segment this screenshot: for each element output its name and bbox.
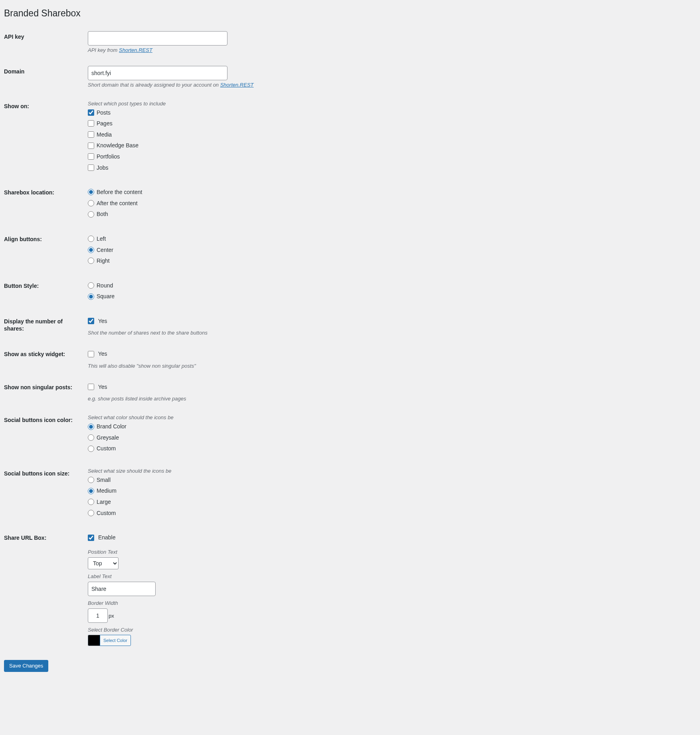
sticky-widget-option[interactable]: Yes bbox=[88, 350, 688, 358]
domain-help-link[interactable]: Shorten.REST bbox=[220, 82, 254, 88]
select-color-button[interactable]: Select Color bbox=[100, 635, 131, 646]
option-input-2[interactable] bbox=[88, 131, 94, 138]
label-text-input[interactable] bbox=[88, 582, 156, 596]
icon_size-input-2[interactable] bbox=[88, 499, 94, 505]
icon_size-input-3[interactable] bbox=[88, 510, 94, 516]
settings-table: API key API key from Shorten.REST Domain… bbox=[4, 25, 692, 652]
icon_color-input-0[interactable] bbox=[88, 424, 94, 430]
icon_color-input-1[interactable] bbox=[88, 434, 94, 441]
sharebox_location-2[interactable]: Both bbox=[88, 210, 688, 218]
option-input-1[interactable] bbox=[88, 120, 94, 127]
sharebox_location-label-0: Before the content bbox=[97, 189, 142, 195]
icon_size-label-1: Medium bbox=[97, 487, 117, 494]
color-swatch[interactable] bbox=[88, 635, 100, 646]
share-url-enable-label: Enable bbox=[98, 534, 116, 541]
option-input-3[interactable] bbox=[88, 143, 94, 149]
domain-help: Short domain that is already assigned to… bbox=[88, 82, 688, 89]
align_buttons-label-1: Center bbox=[97, 247, 113, 253]
sharebox_location-1[interactable]: After the content bbox=[88, 200, 688, 208]
sticky-widget-label: Show as sticky widget: bbox=[4, 343, 84, 375]
icon_color-1[interactable]: Greysale bbox=[88, 434, 688, 442]
option-1[interactable]: Pages bbox=[88, 120, 688, 128]
icon_size-2[interactable]: Large bbox=[88, 498, 688, 506]
align_buttons-1[interactable]: Center bbox=[88, 246, 688, 254]
option-input-0[interactable] bbox=[88, 109, 94, 116]
show-on-help: Select which post types to include bbox=[88, 101, 688, 107]
icon-color-label: Social buttons icon color: bbox=[4, 408, 84, 462]
button_style-input-0[interactable] bbox=[88, 282, 94, 289]
icon-size-help: Select what size should the icons be bbox=[88, 468, 688, 475]
sharebox_location-input-1[interactable] bbox=[88, 200, 94, 206]
icon_color-input-2[interactable] bbox=[88, 446, 94, 452]
option-label-2: Media bbox=[97, 131, 112, 138]
sharebox_location-label-2: Both bbox=[97, 211, 108, 217]
api-key-help-link[interactable]: Shorten.REST bbox=[119, 47, 152, 53]
align_buttons-0[interactable]: Left bbox=[88, 235, 688, 243]
option-input-5[interactable] bbox=[88, 164, 94, 171]
border-width-input[interactable] bbox=[88, 608, 108, 623]
position-text-select[interactable]: Top bbox=[88, 557, 119, 569]
show-on-group: PostsPagesMediaKnowledge BasePortfoliosJ… bbox=[88, 107, 688, 175]
icon_size-label-0: Small bbox=[97, 477, 111, 483]
border-width-sublabel: Border Width bbox=[88, 600, 688, 607]
display-shares-help: Shot the number of shares next to the sh… bbox=[88, 330, 688, 337]
icon_size-input-1[interactable] bbox=[88, 488, 94, 494]
icon-color-help: Select what color should the icons be bbox=[88, 414, 688, 421]
icon_size-label-3: Custom bbox=[97, 510, 116, 516]
non-singular-checkbox[interactable] bbox=[88, 384, 94, 390]
api-key-help: API key from Shorten.REST bbox=[88, 47, 688, 54]
domain-input[interactable] bbox=[88, 66, 227, 80]
share-url-box-label: Share URL Box: bbox=[4, 526, 84, 652]
non-singular-help: e.g. show posts listed inside archive pa… bbox=[88, 396, 688, 402]
show-on-label: Show on: bbox=[4, 95, 84, 181]
align_buttons-input-0[interactable] bbox=[88, 236, 94, 242]
button-style-label: Button Style: bbox=[4, 274, 84, 310]
align-buttons-group: LeftCenterRight bbox=[88, 234, 688, 268]
button_style-0[interactable]: Round bbox=[88, 282, 688, 290]
save-changes-button[interactable]: Save Changes bbox=[4, 660, 48, 672]
display-shares-checkbox[interactable] bbox=[88, 318, 94, 324]
sticky-widget-option-label: Yes bbox=[98, 351, 107, 357]
sharebox_location-0[interactable]: Before the content bbox=[88, 188, 688, 196]
option-4[interactable]: Portfolios bbox=[88, 153, 688, 161]
position-text-sublabel: Position Text bbox=[88, 549, 688, 556]
icon_color-0[interactable]: Brand Color bbox=[88, 423, 688, 431]
icon_size-0[interactable]: Small bbox=[88, 476, 688, 484]
option-label-0: Posts bbox=[97, 109, 111, 116]
sharebox_location-label-1: After the content bbox=[97, 200, 138, 206]
sharebox_location-input-2[interactable] bbox=[88, 211, 94, 218]
non-singular-option-label: Yes bbox=[98, 384, 107, 390]
share-url-enable-checkbox[interactable] bbox=[88, 535, 94, 541]
option-2[interactable]: Media bbox=[88, 131, 688, 139]
icon_size-1[interactable]: Medium bbox=[88, 487, 688, 495]
sticky-widget-checkbox[interactable] bbox=[88, 351, 94, 357]
option-input-4[interactable] bbox=[88, 153, 94, 160]
px-suffix: px bbox=[109, 613, 114, 619]
button_style-1[interactable]: Square bbox=[88, 293, 688, 301]
color-picker: Select Color bbox=[88, 635, 688, 646]
align_buttons-2[interactable]: Right bbox=[88, 257, 688, 265]
share-url-enable-group: Enable bbox=[88, 532, 688, 545]
align_buttons-input-1[interactable] bbox=[88, 247, 94, 253]
sharebox-location-label: Sharebox location: bbox=[4, 181, 84, 228]
align-buttons-label: Align buttons: bbox=[4, 228, 84, 274]
button_style-input-1[interactable] bbox=[88, 293, 94, 300]
non-singular-group: Yes bbox=[88, 382, 688, 394]
display-shares-option[interactable]: Yes bbox=[88, 317, 688, 325]
icon_size-3[interactable]: Custom bbox=[88, 509, 688, 517]
option-5[interactable]: Jobs bbox=[88, 164, 688, 172]
icon_color-2[interactable]: Custom bbox=[88, 445, 688, 453]
share-url-enable-option[interactable]: Enable bbox=[88, 534, 688, 542]
option-3[interactable]: Knowledge Base bbox=[88, 142, 688, 150]
icon-size-group: SmallMediumLargeCustom bbox=[88, 475, 688, 520]
sharebox-location-group: Before the contentAfter the contentBoth bbox=[88, 187, 688, 222]
domain-label: Domain bbox=[4, 60, 84, 95]
icon-color-group: Brand ColorGreysaleCustom bbox=[88, 421, 688, 456]
align_buttons-input-2[interactable] bbox=[88, 258, 94, 264]
option-0[interactable]: Posts bbox=[88, 109, 688, 117]
non-singular-option[interactable]: Yes bbox=[88, 383, 688, 391]
api-key-input[interactable] bbox=[88, 31, 227, 46]
sharebox_location-input-0[interactable] bbox=[88, 189, 94, 195]
icon_size-input-0[interactable] bbox=[88, 477, 94, 483]
option-label-5: Jobs bbox=[97, 164, 109, 171]
